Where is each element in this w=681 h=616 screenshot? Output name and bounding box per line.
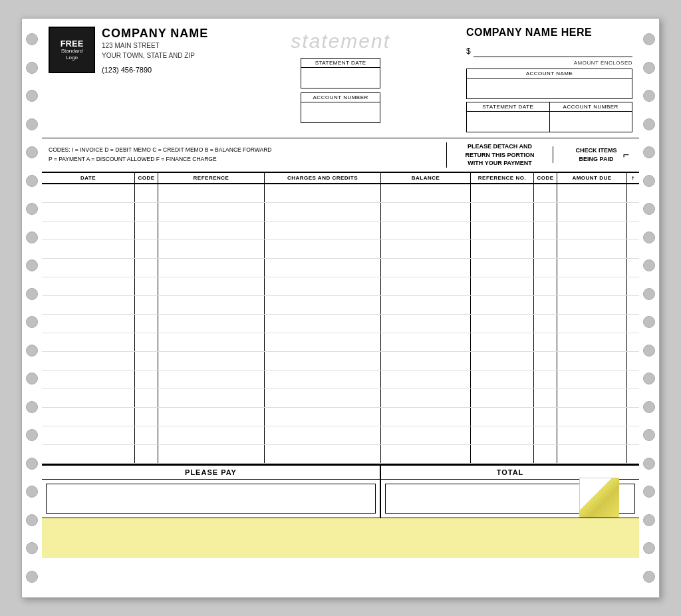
- td-amount[interactable]: [557, 408, 627, 426]
- td-amount[interactable]: [557, 371, 627, 388]
- td-balance[interactable]: [381, 222, 471, 239]
- td-reference[interactable]: [158, 352, 265, 370]
- td-amount[interactable]: [557, 184, 627, 202]
- td-balance[interactable]: [381, 445, 471, 463]
- td-check[interactable]: [627, 371, 639, 388]
- td-reference[interactable]: [158, 296, 265, 314]
- td-balance[interactable]: [381, 408, 471, 426]
- td-amount[interactable]: [557, 352, 627, 370]
- td-charges[interactable]: [265, 389, 381, 407]
- td-reference[interactable]: [158, 259, 265, 277]
- account-number-value[interactable]: [301, 102, 380, 122]
- td-amount[interactable]: [557, 315, 627, 333]
- td-balance[interactable]: [381, 371, 471, 388]
- td-amount[interactable]: [557, 277, 627, 295]
- td-code2[interactable]: [534, 222, 557, 239]
- td-charges[interactable]: [265, 315, 381, 333]
- statement-date-right-value[interactable]: [467, 112, 549, 132]
- td-code[interactable]: [135, 352, 158, 370]
- td-charges[interactable]: [265, 445, 381, 463]
- td-check[interactable]: [627, 277, 639, 295]
- td-charges[interactable]: [265, 277, 381, 295]
- td-refno[interactable]: [471, 333, 534, 351]
- td-charges[interactable]: [265, 203, 381, 221]
- td-refno[interactable]: [471, 296, 534, 314]
- td-balance[interactable]: [381, 352, 471, 370]
- td-charges[interactable]: [265, 426, 381, 444]
- td-charges[interactable]: [265, 408, 381, 426]
- td-balance[interactable]: [381, 240, 471, 258]
- td-amount[interactable]: [557, 389, 627, 407]
- td-charges[interactable]: [265, 333, 381, 351]
- td-amount[interactable]: [557, 333, 627, 351]
- td-date[interactable]: [42, 445, 135, 463]
- td-refno[interactable]: [471, 222, 534, 239]
- account-number-right-value[interactable]: [550, 112, 632, 132]
- td-balance[interactable]: [381, 315, 471, 333]
- td-code[interactable]: [135, 259, 158, 277]
- td-code[interactable]: [135, 222, 158, 239]
- td-check[interactable]: [627, 408, 639, 426]
- td-date[interactable]: [42, 184, 135, 202]
- td-code2[interactable]: [534, 184, 557, 202]
- td-date[interactable]: [42, 389, 135, 407]
- td-check[interactable]: [627, 333, 639, 351]
- td-reference[interactable]: [158, 333, 265, 351]
- td-date[interactable]: [42, 315, 135, 333]
- td-code[interactable]: [135, 203, 158, 221]
- td-refno[interactable]: [471, 203, 534, 221]
- td-charges[interactable]: [265, 259, 381, 277]
- td-reference[interactable]: [158, 445, 265, 463]
- td-amount[interactable]: [557, 222, 627, 239]
- td-reference[interactable]: [158, 277, 265, 295]
- td-amount[interactable]: [557, 445, 627, 463]
- td-code2[interactable]: [534, 408, 557, 426]
- td-refno[interactable]: [471, 371, 534, 388]
- td-date[interactable]: [42, 408, 135, 426]
- td-code[interactable]: [135, 240, 158, 258]
- td-code[interactable]: [135, 445, 158, 463]
- td-refno[interactable]: [471, 445, 534, 463]
- td-refno[interactable]: [471, 277, 534, 295]
- td-check[interactable]: [627, 315, 639, 333]
- td-charges[interactable]: [265, 296, 381, 314]
- td-date[interactable]: [42, 259, 135, 277]
- td-reference[interactable]: [158, 203, 265, 221]
- td-refno[interactable]: [471, 315, 534, 333]
- td-code2[interactable]: [534, 352, 557, 370]
- td-reference[interactable]: [158, 426, 265, 444]
- td-date[interactable]: [42, 203, 135, 221]
- td-amount[interactable]: [557, 426, 627, 444]
- td-amount[interactable]: [557, 296, 627, 314]
- td-reference[interactable]: [158, 222, 265, 239]
- td-reference[interactable]: [158, 408, 265, 426]
- td-code[interactable]: [135, 315, 158, 333]
- td-code[interactable]: [135, 389, 158, 407]
- td-balance[interactable]: [381, 203, 471, 221]
- td-balance[interactable]: [381, 259, 471, 277]
- td-date[interactable]: [42, 352, 135, 370]
- td-refno[interactable]: [471, 408, 534, 426]
- td-date[interactable]: [42, 277, 135, 295]
- td-amount[interactable]: [557, 240, 627, 258]
- td-amount[interactable]: [557, 259, 627, 277]
- account-name-value[interactable]: [467, 78, 632, 98]
- td-code[interactable]: [135, 371, 158, 388]
- td-code2[interactable]: [534, 333, 557, 351]
- td-balance[interactable]: [381, 277, 471, 295]
- td-check[interactable]: [627, 445, 639, 463]
- td-check[interactable]: [627, 222, 639, 239]
- td-date[interactable]: [42, 296, 135, 314]
- td-refno[interactable]: [471, 389, 534, 407]
- td-code[interactable]: [135, 184, 158, 202]
- td-charges[interactable]: [265, 371, 381, 388]
- td-check[interactable]: [627, 296, 639, 314]
- td-check[interactable]: [627, 259, 639, 277]
- td-check[interactable]: [627, 352, 639, 370]
- td-code2[interactable]: [534, 389, 557, 407]
- td-date[interactable]: [42, 333, 135, 351]
- td-date[interactable]: [42, 371, 135, 388]
- td-code2[interactable]: [534, 371, 557, 388]
- td-refno[interactable]: [471, 426, 534, 444]
- td-balance[interactable]: [381, 426, 471, 444]
